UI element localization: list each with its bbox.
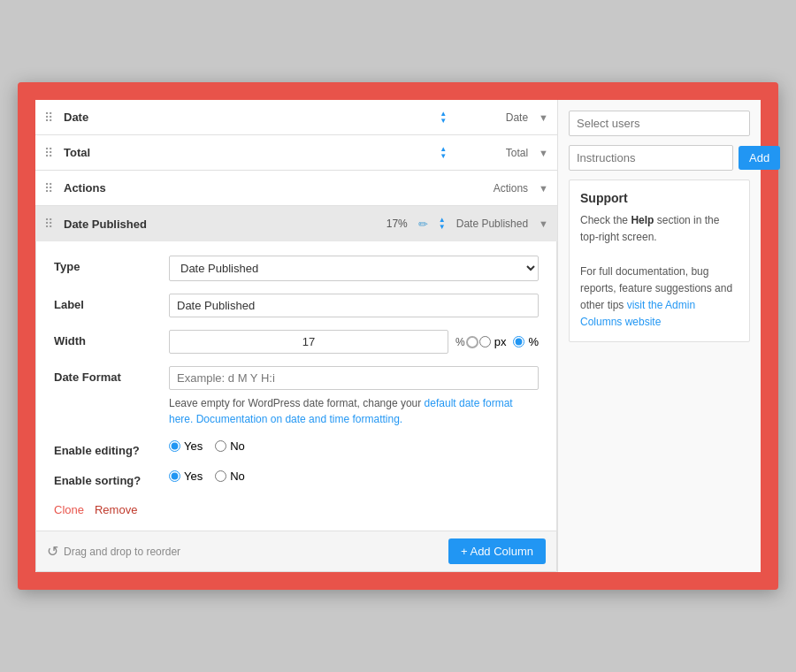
col-arrows-date[interactable]: ▲ ▼ <box>440 111 447 125</box>
drag-hint-icon: ↺ <box>47 543 58 560</box>
instructions-row: Add <box>569 145 750 171</box>
support-text: Check the Help section in the top-right … <box>580 212 739 331</box>
add-column-button[interactable]: + Add Column <box>448 538 546 564</box>
arrow-down-date[interactable]: ▼ <box>440 118 447 125</box>
instructions-input[interactable] <box>569 145 733 171</box>
right-panel: Add Support Check the Help section in th… <box>557 100 761 572</box>
col-label-total: Total <box>64 146 170 159</box>
settings-control-enable-sorting: Yes No <box>169 470 539 483</box>
settings-control-label <box>169 294 539 317</box>
column-row-total[interactable]: ⠿ Total ▲ ▼ Total ▼ <box>35 135 557 171</box>
outer-wrapper: ⠿ Date ▲ ▼ Date ▼ ⠿ Total ▲ ▼ Total <box>18 82 778 590</box>
drag-hint: ↺ Drag and drop to reorder <box>47 543 180 560</box>
settings-row-label: Label <box>54 294 539 317</box>
col-arrows-date-published[interactable]: ▲ ▼ <box>439 217 446 231</box>
date-format-link2[interactable]: Documentation on date and time formattin… <box>196 413 402 425</box>
drag-handle-actions[interactable]: ⠿ <box>44 181 53 195</box>
width-option-percent[interactable]: % <box>513 335 539 348</box>
col-arrows-total[interactable]: ▲ ▼ <box>440 146 447 160</box>
width-radio-px[interactable] <box>479 336 491 347</box>
width-input[interactable] <box>169 330 448 354</box>
settings-label-label: Label <box>54 294 160 311</box>
editing-no-option[interactable]: No <box>215 439 245 453</box>
col-dropdown-date-published[interactable]: ▼ <box>539 218 548 229</box>
width-px-label: px <box>494 335 507 348</box>
col-dropdown-date[interactable]: ▼ <box>539 112 548 123</box>
settings-control-width: % px % <box>169 330 539 354</box>
settings-row-enable-editing: Enable editing? Yes No <box>54 439 539 457</box>
width-slider-thumb[interactable] <box>466 336 478 348</box>
left-panel: ⠿ Date ▲ ▼ Date ▼ ⠿ Total ▲ ▼ Total <box>35 100 557 572</box>
enable-editing-radio-group: Yes No <box>169 439 539 453</box>
width-percent-sign: % <box>455 336 465 348</box>
col-type-date: Date <box>457 111 528 124</box>
settings-control-enable-editing: Yes No <box>169 439 539 453</box>
settings-row-type: Type Date Published <box>54 256 539 281</box>
col-edit-icon-date-published[interactable]: ✏ <box>418 218 428 231</box>
col-percent-date-published: 17% <box>387 218 408 230</box>
col-type-actions: Actions <box>457 182 528 195</box>
col-type-date-published: Date Published <box>456 218 528 230</box>
col-dropdown-actions[interactable]: ▼ <box>539 183 548 194</box>
width-control: % px % <box>169 330 539 354</box>
settings-label-enable-editing: Enable editing? <box>54 439 160 457</box>
settings-label-enable-sorting: Enable sorting? <box>54 470 160 487</box>
editing-no-label: No <box>230 439 245 453</box>
settings-control-date-format: Leave empty for WordPress date format, c… <box>169 366 539 427</box>
width-radio-percent[interactable] <box>513 336 524 347</box>
col-dropdown-total[interactable]: ▼ <box>539 148 548 158</box>
arrow-down-date-published[interactable]: ▼ <box>439 224 446 231</box>
col-label-date: Date <box>64 111 170 124</box>
sorting-yes-label: Yes <box>184 470 203 483</box>
add-button[interactable]: Add <box>739 146 780 170</box>
sorting-no-radio[interactable] <box>215 470 226 482</box>
col-label-date-published: Date Published <box>64 218 170 231</box>
width-percent-label: % <box>528 335 539 348</box>
sorting-yes-option[interactable]: Yes <box>169 470 203 483</box>
drag-handle-total[interactable]: ⠿ <box>44 146 53 160</box>
editing-no-radio[interactable] <box>215 440 226 452</box>
support-title: Support <box>580 191 739 205</box>
date-format-input[interactable] <box>169 366 539 390</box>
settings-label-width: Width <box>54 330 160 347</box>
arrow-down-total[interactable]: ▼ <box>440 153 447 160</box>
settings-row-date-format: Date Format Leave empty for WordPress da… <box>54 366 539 427</box>
settings-label-date-format: Date Format <box>54 366 160 384</box>
editing-yes-label: Yes <box>184 439 203 453</box>
drag-handle-date[interactable]: ⠿ <box>44 111 53 125</box>
settings-row-width: Width % px <box>54 330 539 354</box>
date-format-hint: Leave empty for WordPress date format, c… <box>169 395 539 427</box>
sorting-yes-radio[interactable] <box>169 470 180 482</box>
settings-control-type: Date Published <box>169 256 539 281</box>
support-box: Support Check the Help section in the to… <box>569 179 750 342</box>
footer-bar: ↺ Drag and drop to reorder + Add Column <box>35 531 557 572</box>
col-label-actions: Actions <box>64 181 170 195</box>
editing-yes-radio[interactable] <box>169 440 180 452</box>
support-help-label: Help <box>631 214 654 226</box>
column-row-date-published[interactable]: ⠿ Date Published 17% ✏ ▲ ▼ Date Publishe… <box>35 206 557 241</box>
clone-link[interactable]: Clone <box>54 503 84 516</box>
col-type-total: Total <box>457 147 528 159</box>
support-text-part1: Check the <box>580 214 631 226</box>
remove-link[interactable]: Remove <box>95 503 137 516</box>
column-row-date[interactable]: ⠿ Date ▲ ▼ Date ▼ <box>35 100 557 135</box>
editing-yes-option[interactable]: Yes <box>169 439 203 453</box>
drag-hint-text: Drag and drop to reorder <box>64 546 180 558</box>
label-input[interactable] <box>169 294 539 317</box>
column-row-actions[interactable]: ⠿ Actions Actions ▼ <box>35 171 557 206</box>
settings-row-enable-sorting: Enable sorting? Yes No <box>54 470 539 487</box>
enable-sorting-radio-group: Yes No <box>169 470 539 483</box>
select-users-input[interactable] <box>569 111 750 136</box>
date-format-hint-text: Leave empty for WordPress date format, c… <box>169 397 421 409</box>
sorting-no-option[interactable]: No <box>215 470 245 483</box>
settings-label-type: Type <box>54 256 160 273</box>
inner-wrapper: ⠿ Date ▲ ▼ Date ▼ ⠿ Total ▲ ▼ Total <box>35 100 761 572</box>
type-select[interactable]: Date Published <box>169 256 539 281</box>
actions-row: Clone Remove <box>54 500 539 516</box>
width-option-px[interactable]: px <box>479 335 507 348</box>
sorting-no-label: No <box>230 470 245 483</box>
drag-handle-date-published[interactable]: ⠿ <box>44 217 53 231</box>
settings-panel: Type Date Published Label W <box>35 241 557 531</box>
